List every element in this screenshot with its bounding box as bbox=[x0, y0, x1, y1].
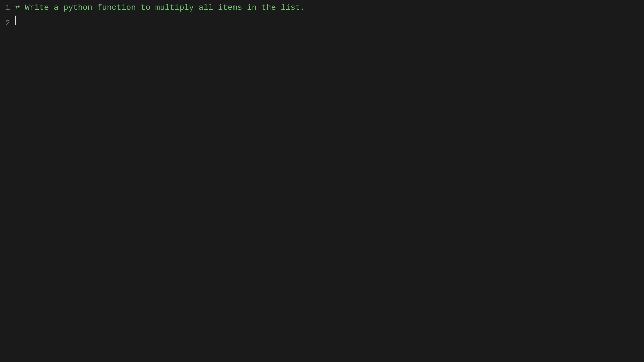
text-cursor bbox=[15, 16, 16, 25]
line-1: 1 # Write a python function to multiply … bbox=[0, 0, 644, 16]
line-2: 2 bbox=[0, 16, 644, 31]
code-editor[interactable]: 1 # Write a python function to multiply … bbox=[0, 0, 644, 362]
line-content-1: # Write a python function to multiply al… bbox=[15, 0, 305, 16]
line-number-2: 2 bbox=[0, 16, 15, 31]
line-content-2 bbox=[15, 16, 16, 25]
comment-text-1: # Write a python function to multiply al… bbox=[15, 0, 305, 16]
line-number-1: 1 bbox=[0, 0, 15, 16]
code-area[interactable]: 1 # Write a python function to multiply … bbox=[0, 0, 644, 362]
